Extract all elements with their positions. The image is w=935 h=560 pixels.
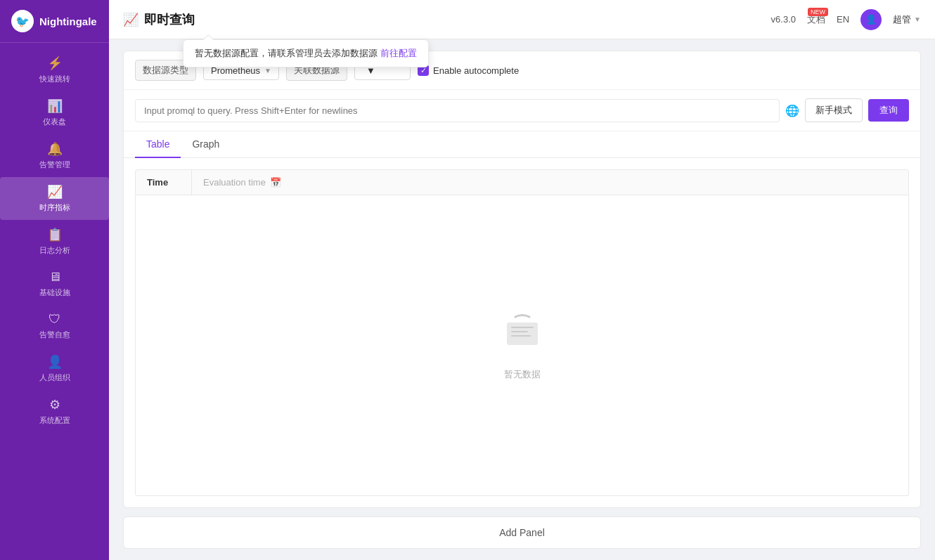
result-tabs: Table Graph (124, 131, 920, 158)
infra-icon: 🖥 (49, 270, 61, 285)
content-area: 数据源类型 Prometheus ▼ 关联数据源 ▼ ✓ Enable auto… (109, 39, 935, 560)
empty-text: 暂无数据 (504, 368, 541, 381)
sidebar-item-quick-jump[interactable]: ⚡ 快速跳转 (0, 48, 109, 91)
sidebar-item-system-config[interactable]: ⚙ 系统配置 (0, 390, 109, 433)
user-name: 超管 (893, 13, 911, 26)
sidebar-item-infra[interactable]: 🖥 基础设施 (0, 263, 109, 305)
main-content: 📈 即时查询 暂无数据源配置，请联系管理员去添加数据源 前往配置 v6.3.0 … (109, 0, 935, 560)
globe-icon[interactable]: 🌐 (785, 104, 799, 117)
logo-icon: 🐦 (11, 10, 34, 32)
sidebar-item-alert-mgmt[interactable]: 🔔 告警管理 (0, 134, 109, 177)
autocomplete-checkbox-wrapper[interactable]: ✓ Enable autocomplete (418, 65, 519, 76)
svg-rect-3 (511, 335, 531, 337)
org-icon: 👤 (47, 354, 63, 370)
autocomplete-label: Enable autocomplete (433, 65, 519, 76)
user-dropdown-icon: ▼ (914, 15, 921, 23)
sidebar-item-time-series[interactable]: 📈 时序指标 (0, 177, 109, 220)
empty-state: 暂无数据 (135, 195, 909, 496)
tab-graph[interactable]: Graph (181, 131, 231, 158)
tab-table[interactable]: Table (135, 131, 181, 158)
avatar: 👤 (860, 9, 882, 30)
table-header: Time Evaluation time 📅 (135, 169, 909, 195)
logo-text: Nightingale (39, 15, 97, 27)
system-config-icon: ⚙ (49, 397, 60, 412)
col-time: Time (136, 170, 192, 195)
query-button[interactable]: 查询 (868, 99, 909, 122)
quick-jump-icon: ⚡ (47, 56, 63, 71)
sidebar-item-log-analysis[interactable]: 📋 日志分析 (0, 220, 109, 263)
self-healing-icon: 🛡 (49, 312, 61, 327)
language-selector[interactable]: EN (837, 14, 849, 25)
header-right: v6.3.0 文档 NEW EN 👤 超管 ▼ (771, 9, 921, 30)
ds-type-chevron-icon: ▼ (264, 67, 271, 74)
col-eval: Evaluation time 📅 (192, 170, 908, 195)
header: 📈 即时查询 暂无数据源配置，请联系管理员去添加数据源 前往配置 v6.3.0 … (109, 0, 935, 39)
tooltip-text: 暂无数据源配置，请联系管理员去添加数据源 (195, 48, 378, 58)
docs-link[interactable]: 文档 NEW (807, 13, 825, 26)
table-area: Time Evaluation time 📅 (124, 158, 920, 507)
tooltip-config-link[interactable]: 前往配置 (380, 48, 417, 58)
add-panel-button[interactable]: Add Panel (123, 516, 921, 549)
page-icon: 📈 (123, 12, 138, 27)
query-row: 🌐 新手模式 查询 (124, 90, 920, 131)
page-title: 即时查询 (144, 11, 195, 28)
sidebar: 🐦 Nightingale ⚡ 快速跳转 📊 仪表盘 🔔 告警管理 📈 时序指标… (0, 0, 109, 560)
sidebar-item-self-healing[interactable]: 🛡 告警自愈 (0, 305, 109, 347)
novice-mode-button[interactable]: 新手模式 (805, 98, 863, 122)
sidebar-item-org[interactable]: 👤 人员组织 (0, 347, 109, 390)
user-info[interactable]: 超管 ▼ (893, 13, 921, 26)
empty-icon (501, 310, 543, 360)
log-analysis-icon: 📋 (47, 227, 63, 242)
svg-rect-0 (507, 323, 538, 345)
header-left: 📈 即时查询 (123, 11, 195, 28)
svg-rect-2 (511, 331, 528, 332)
calendar-icon[interactable]: 📅 (270, 177, 281, 188)
query-panel: 数据源类型 Prometheus ▼ 关联数据源 ▼ ✓ Enable auto… (123, 51, 921, 508)
query-input[interactable] (135, 99, 780, 122)
alert-mgmt-icon: 🔔 (47, 141, 63, 157)
svg-rect-1 (511, 327, 534, 328)
new-badge: NEW (808, 8, 828, 16)
version-text: v6.3.0 (771, 14, 796, 25)
tooltip-popup: 暂无数据源配置，请联系管理员去添加数据源 前往配置 (183, 39, 429, 67)
time-series-icon: 📈 (47, 184, 63, 200)
sidebar-logo: 🐦 Nightingale (0, 0, 109, 43)
dashboard-icon: 📊 (47, 98, 63, 114)
sidebar-item-dashboard[interactable]: 📊 仪表盘 (0, 91, 109, 134)
